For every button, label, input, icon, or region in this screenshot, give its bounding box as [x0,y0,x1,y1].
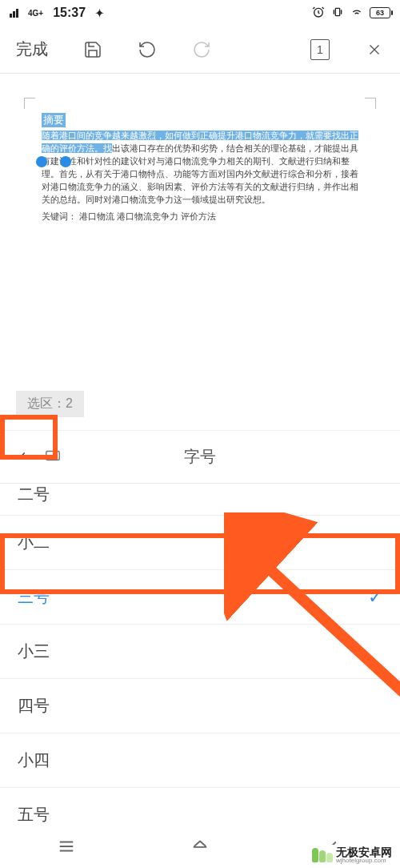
font-size-panel-header: 字号 [0,431,400,484]
clock: 15:37 [53,6,86,20]
redo-icon[interactable] [192,40,211,59]
network-type: 4G+ [28,9,43,18]
doc-body: 随着港口间的竞争越来越激烈，如何做到正确提升港口物流竞争力，就需要找出正确的评价… [42,129,358,206]
annotation-box-selected [0,533,400,594]
selection-handle-start[interactable] [36,156,47,167]
selection-count: 选区：2 [16,391,84,417]
size-item-partial[interactable]: 二号 [0,484,400,516]
status-bar: 4G+ 15:37 ✦ 63 [0,0,400,26]
size-item[interactable]: 四号 [0,679,400,733]
save-icon[interactable] [83,40,102,59]
watermark-logo [312,848,333,862]
signal-icon [10,9,18,18]
document-preview[interactable]: 摘要 随着港口间的竞争越来越激烈，如何做到正确提升港口物流竞争力，就需要找出正确… [0,74,400,245]
alarm-icon [312,6,325,21]
vibrate-icon [331,6,344,21]
watermark: 无极安卓网 wjhotelgroup.com [309,845,395,866]
panel-title: 字号 [184,446,216,468]
home-icon[interactable] [189,838,211,858]
doc-title-highlight: 摘要 [42,113,66,127]
doc-keywords: 关键词： 港口物流 港口物流竞争力 评价方法 [42,211,358,223]
size-item[interactable]: 小三 [0,625,400,679]
wechat-icon: ✦ [95,7,104,19]
done-button[interactable]: 完成 [16,38,48,60]
editor-toolbar: 完成 1 [0,26,400,74]
close-icon[interactable] [365,40,384,59]
page-indicator[interactable]: 1 [310,39,330,60]
wifi-icon [350,6,363,21]
svg-rect-1 [335,8,339,15]
battery-icon: 63 [370,7,390,18]
menu-icon[interactable] [55,838,78,858]
size-item[interactable]: 小四 [0,733,400,788]
selection-handle-end[interactable] [60,156,71,167]
undo-icon[interactable] [138,40,157,59]
annotation-box-back [0,415,58,460]
